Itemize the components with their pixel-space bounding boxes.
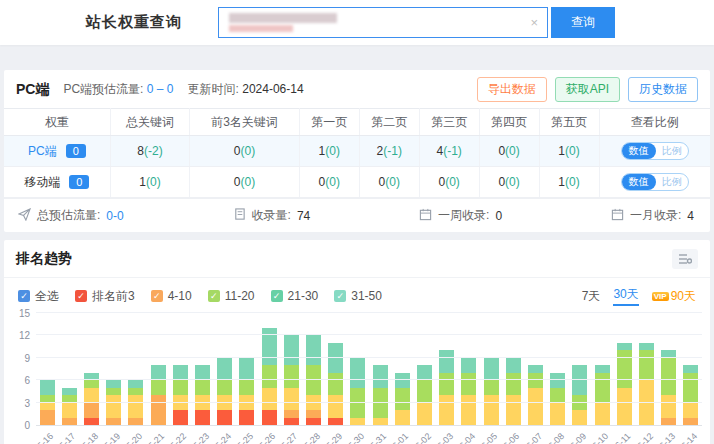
- stacked-bar-06-03[interactable]: [439, 350, 454, 425]
- legend-item-21-30[interactable]: ✓21-30: [271, 289, 319, 303]
- stacked-bar-05-24[interactable]: [217, 358, 232, 425]
- bar-segment-21-30: [195, 380, 210, 395]
- stacked-bar-06-01[interactable]: [395, 373, 410, 425]
- stacked-bar-05-21[interactable]: [151, 365, 166, 425]
- count-delta: (-1): [383, 144, 402, 158]
- bar-segment-排名前3: [195, 410, 210, 425]
- chart-toolbox-icon[interactable]: [672, 249, 698, 269]
- x-axis-slot: 05-23: [191, 426, 213, 444]
- range-tab-30天[interactable]: 30天: [613, 286, 638, 306]
- stacked-bar-05-18[interactable]: [84, 373, 99, 425]
- bar-segment-4-10: [683, 418, 698, 425]
- x-axis-slot: 05-30: [347, 426, 369, 444]
- legend-checkbox-icon[interactable]: ✓: [271, 290, 283, 302]
- stat-value: 74: [297, 209, 310, 223]
- bar-segment-31-50: [128, 380, 143, 387]
- count-delta: (-1): [443, 144, 462, 158]
- legend-item-排名前3[interactable]: ✓排名前3: [75, 288, 135, 305]
- bar-segment-31-50: [395, 373, 410, 388]
- site-stats-row: 总预估流量:0-0收录量:74一周收录:0一月收录:4: [4, 198, 710, 232]
- stacked-bar-05-16[interactable]: [40, 380, 55, 425]
- toggle-value-label: 数值: [622, 143, 656, 159]
- bar-segment-排名前3: [173, 410, 188, 425]
- stacked-bar-05-20[interactable]: [128, 380, 143, 425]
- stacked-bar-06-11[interactable]: [617, 343, 632, 425]
- stacked-bar-06-07[interactable]: [528, 365, 543, 425]
- clear-input-icon[interactable]: ×: [530, 15, 538, 30]
- search-input[interactable]: ×: [218, 7, 548, 38]
- get-api-button[interactable]: 获取API: [555, 77, 620, 102]
- value-ratio-toggle[interactable]: 数值比例: [621, 142, 689, 160]
- query-button[interactable]: 查询: [551, 7, 615, 38]
- legend-item-4-10[interactable]: ✓4-10: [151, 289, 192, 303]
- bar-segment-4-10: [151, 395, 166, 425]
- legend-item-全选[interactable]: ✓全选: [18, 288, 59, 305]
- stacked-bar-06-08[interactable]: [550, 373, 565, 425]
- bar-segment-31-50: [284, 335, 299, 365]
- range-tab-label: 30天: [613, 287, 638, 301]
- range-tab-7天[interactable]: 7天: [582, 288, 601, 305]
- history-data-button[interactable]: 历史数据: [628, 77, 698, 102]
- keyword-count-cell: 0(0): [359, 167, 419, 198]
- stacked-bar-05-31[interactable]: [373, 365, 388, 425]
- stacked-bar-05-19[interactable]: [106, 380, 121, 425]
- bar-slot: [547, 314, 569, 425]
- x-axis-label: 05-25: [232, 431, 255, 444]
- legend-checkbox-icon[interactable]: ✓: [151, 290, 163, 302]
- stacked-bar-06-02[interactable]: [417, 365, 432, 425]
- bar-segment-31-50: [484, 358, 499, 380]
- stacked-bar-06-14[interactable]: [683, 365, 698, 425]
- stacked-bar-05-22[interactable]: [173, 365, 188, 425]
- bar-segment-21-30: [151, 380, 166, 395]
- bar-segment-11-20: [106, 395, 121, 417]
- value-ratio-toggle[interactable]: 数值比例: [621, 173, 689, 191]
- count-value: 0: [234, 175, 241, 189]
- stacked-bar-05-25[interactable]: [239, 358, 254, 425]
- gridline: [36, 312, 702, 313]
- legend-item-11-20[interactable]: ✓11-20: [208, 289, 255, 303]
- stacked-bar-05-27[interactable]: [284, 335, 299, 425]
- count-delta: (0): [146, 175, 161, 189]
- stacked-bar-06-13[interactable]: [661, 350, 676, 425]
- stacked-bar-05-29[interactable]: [328, 343, 343, 425]
- bar-segment-21-30: [239, 380, 254, 395]
- bar-slot: [325, 314, 347, 425]
- stacked-bar-06-10[interactable]: [595, 365, 610, 425]
- bar-segment-11-20: [484, 395, 499, 425]
- time-range-tabs: 7天30天VIP90天: [582, 286, 696, 306]
- x-axis-slot: 05-18: [80, 426, 102, 444]
- stacked-bar-06-06[interactable]: [506, 358, 521, 425]
- column-header: 前3名关键词: [190, 109, 300, 136]
- legend-checkbox-icon[interactable]: ✓: [18, 290, 30, 302]
- legend-item-31-50[interactable]: ✓31-50: [334, 289, 382, 303]
- stacked-bar-06-09[interactable]: [572, 365, 587, 425]
- legend-checkbox-icon[interactable]: ✓: [208, 290, 220, 302]
- gridline: [36, 379, 702, 380]
- x-axis-slot: 06-10: [591, 426, 613, 444]
- stacked-bar-06-04[interactable]: [461, 358, 476, 425]
- stacked-bar-05-26[interactable]: [262, 328, 277, 425]
- stacked-bar-05-28[interactable]: [306, 335, 321, 425]
- stacked-bar-05-23[interactable]: [195, 365, 210, 425]
- stacked-bar-05-30[interactable]: [350, 358, 365, 425]
- export-data-button[interactable]: 导出数据: [477, 77, 547, 102]
- bar-segment-31-50: [195, 365, 210, 380]
- stacked-bar-06-05[interactable]: [484, 358, 499, 425]
- legend-checkbox-icon[interactable]: ✓: [334, 290, 346, 302]
- legend-label: 11-20: [225, 289, 255, 303]
- bar-segment-21-30: [373, 388, 388, 418]
- bar-segment-21-30: [217, 380, 232, 395]
- range-tab-90天[interactable]: VIP90天: [652, 288, 696, 305]
- x-axis-label: 05-27: [276, 431, 299, 444]
- pc-panel-header: PC端 PC端预估流量: 0 – 0 更新时间: 2024-06-14 导出数据…: [4, 70, 710, 108]
- stacked-bar-05-17[interactable]: [62, 388, 77, 425]
- document-icon: [233, 208, 246, 224]
- bar-segment-31-50: [595, 365, 610, 372]
- x-axis-slot: 06-01: [391, 426, 413, 444]
- traffic-label: PC端预估流量:: [63, 82, 143, 96]
- bar-segment-11-20: [661, 395, 676, 417]
- legend-checkbox-icon[interactable]: ✓: [75, 290, 87, 302]
- toggle-cell: 数值比例: [599, 136, 710, 167]
- bar-segment-21-30: [528, 373, 543, 388]
- stacked-bar-06-12[interactable]: [639, 343, 654, 425]
